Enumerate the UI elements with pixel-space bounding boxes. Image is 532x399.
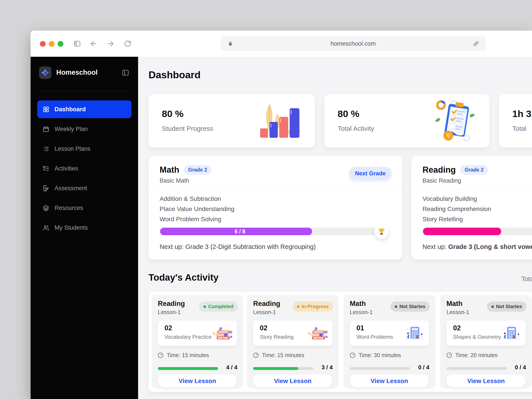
subject-card-math: Math Grade 2 Basic Math Next Grade Addit… xyxy=(149,156,402,260)
forward-icon[interactable] xyxy=(106,40,114,48)
lesson-topic: Word Problems xyxy=(356,334,393,340)
clock-icon xyxy=(349,352,356,358)
status-badge: Not Startes xyxy=(487,301,526,312)
books-illustration xyxy=(307,324,329,343)
time-text: Time: 15 minutes xyxy=(167,352,209,358)
section-title-todays-activity: Today's Activity xyxy=(149,272,219,283)
page-title: Dashboard xyxy=(149,69,201,81)
stat-label: Total xyxy=(512,125,526,132)
lesson-number: 02 xyxy=(453,324,461,332)
sidebar-item-resources[interactable]: Resources xyxy=(37,199,132,217)
status-badge: Completed xyxy=(199,301,238,312)
reload-icon[interactable] xyxy=(124,40,132,48)
sidebar-item-label: Lesson Plans xyxy=(55,146,90,152)
calculator-illustration xyxy=(403,324,425,342)
clock-icon xyxy=(253,352,259,358)
main-content: Dashboard 80 % Student Progress xyxy=(138,57,532,399)
back-icon[interactable] xyxy=(90,40,98,48)
time-text: Time: 15 minutes xyxy=(262,352,304,358)
address-bar[interactable]: homeschool.com xyxy=(221,36,486,51)
subject-subtitle: Basic Reading xyxy=(423,177,461,184)
link-icon[interactable] xyxy=(473,41,479,47)
sidebar-item-my-students[interactable]: My Students xyxy=(37,219,132,236)
progress-fill xyxy=(423,228,501,235)
stat-card-total-time: 1h 3 Total xyxy=(499,94,532,148)
time-row: Time: 15 minutes xyxy=(253,352,304,358)
activity-subject: Math xyxy=(350,300,366,308)
stat-card-total-activity: 80 % Total Activity xyxy=(324,94,489,148)
stat-value: 80 % xyxy=(162,108,184,119)
sidebar-item-label: Assessment xyxy=(55,185,87,192)
progress-track: 6 / 8 xyxy=(160,228,377,235)
sidebar-collapse-icon[interactable] xyxy=(121,69,129,77)
time-text: Time: 20 minutes xyxy=(455,352,498,358)
grid-icon xyxy=(43,106,50,113)
status-label: Not Startes xyxy=(496,304,522,310)
sidebar-item-assessment[interactable]: Assessment xyxy=(37,179,132,197)
lesson-fraction: 4 / 4 xyxy=(226,364,237,371)
sidebar-item-label: Dashboard xyxy=(55,106,86,113)
lesson-number: 01 xyxy=(356,324,364,332)
list-icon xyxy=(43,146,50,152)
stat-value: 1h 3 xyxy=(512,108,531,119)
subject-name: Math xyxy=(160,165,179,175)
app-logo xyxy=(39,66,51,79)
status-label: In-Progress xyxy=(302,304,329,310)
view-lesson-button[interactable]: View Lesson xyxy=(446,375,526,387)
grade-badge: Grade 2 xyxy=(460,165,488,175)
browser-sidebar-toggle-icon[interactable] xyxy=(73,40,81,48)
stat-value: 80 % xyxy=(338,108,359,119)
lesson-progress-track xyxy=(158,367,218,370)
lesson-summary-card: 02 Shapes & Geometry xyxy=(446,321,526,346)
time-row: Time: 20 minutes xyxy=(446,352,498,358)
stat-label: Student Progress xyxy=(162,125,213,132)
clock-icon xyxy=(446,352,452,358)
subject-card-reading: Reading Grade 2 Basic Reading Vocabulary… xyxy=(412,156,532,260)
url-text: homeschool.com xyxy=(234,40,473,47)
lesson-progress-fill xyxy=(253,367,298,370)
lesson-number: 02 xyxy=(260,324,267,332)
next-up-text: Next up: Grade 3 (Long & short vowe xyxy=(423,243,532,250)
status-label: Not Startes xyxy=(399,304,425,310)
sidebar-divider xyxy=(39,91,130,91)
file-pen-icon xyxy=(43,185,50,192)
view-lesson-button[interactable]: View Lesson xyxy=(158,375,237,387)
sidebar-item-activities[interactable]: Activities xyxy=(37,160,132,177)
view-lesson-button[interactable]: View Lesson xyxy=(350,375,429,387)
next-grade-button[interactable]: Next Grade xyxy=(349,167,392,180)
layers-icon xyxy=(43,205,50,211)
lesson-topic: Shapes & Geometry xyxy=(453,334,501,340)
stat-card-student-progress: 80 % Student Progress xyxy=(149,94,315,148)
status-badge: In-Progress xyxy=(293,301,333,312)
clock-icon xyxy=(157,352,164,358)
minimize-window-button[interactable] xyxy=(49,41,55,47)
lesson-number: 02 xyxy=(165,324,172,332)
stat-label: Total Activity xyxy=(338,125,374,132)
browser-chrome: homeschool.com xyxy=(31,31,532,57)
calculator-illustration xyxy=(500,324,522,342)
sidebar-item-weekly-plan[interactable]: Weekly Plan xyxy=(37,120,132,138)
sidebar-item-label: Resources xyxy=(55,205,83,211)
lesson-fraction: 3 / 4 xyxy=(321,364,333,371)
activity-lesson: Lesson-1 xyxy=(253,309,276,316)
view-lesson-button[interactable]: View Lesson xyxy=(253,375,332,387)
lesson-progress-fill xyxy=(158,367,218,370)
sidebar-item-dashboard[interactable]: Dashboard xyxy=(37,101,132,118)
topic-list: Addition & Subtraction Place Value Under… xyxy=(160,194,234,224)
activity-right-fragment: Total xyxy=(521,275,532,283)
clipboard-illustration xyxy=(432,98,480,145)
lesson-progress-track xyxy=(253,367,313,370)
zoom-window-button[interactable] xyxy=(58,41,63,47)
activity-lesson: Lesson-1 xyxy=(446,309,469,316)
sidebar-item-lesson-plans[interactable]: Lesson Plans xyxy=(37,140,132,158)
sparkle-icon xyxy=(41,69,50,77)
card-divider xyxy=(412,189,532,189)
progress-fill: 6 / 8 xyxy=(160,228,312,235)
topic-list: Vocabulary Building Reading Comprehensio… xyxy=(423,194,491,224)
topic-item: Story Retelling xyxy=(423,214,491,224)
close-window-button[interactable] xyxy=(40,41,46,47)
lesson-progress-track xyxy=(350,367,410,370)
activity-card: Math Lesson-1 Not Startes 01 Word Proble… xyxy=(344,295,435,388)
sidebar: Homeschool Dashboard xyxy=(31,57,138,399)
lock-icon xyxy=(227,41,234,47)
